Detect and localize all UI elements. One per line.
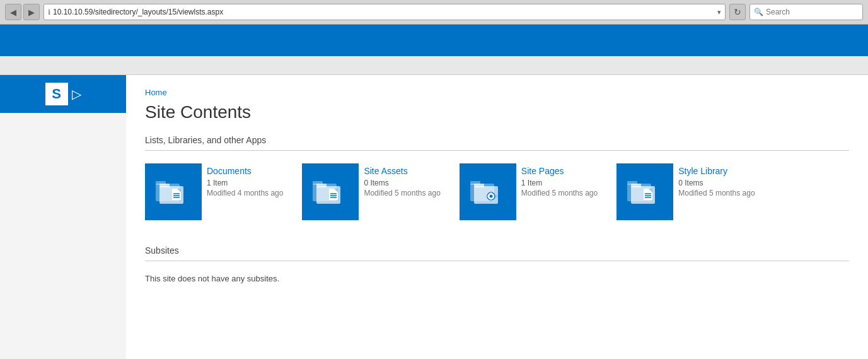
- refresh-button[interactable]: ↻: [729, 4, 746, 20]
- search-input[interactable]: [766, 8, 860, 16]
- content-area: Home Site Contents Lists, Libraries, and…: [126, 75, 868, 359]
- tile-icon-site-assets: [302, 163, 359, 220]
- tile-modified-site-assets: Modified 5 months ago: [364, 189, 440, 197]
- site-assets-folder-svg: [311, 175, 349, 209]
- svg-rect-3: [159, 184, 170, 187]
- tile-name-site-assets[interactable]: Site Assets: [364, 166, 440, 176]
- svg-rect-26: [486, 196, 488, 197]
- tile-icon-style-library: [616, 163, 673, 220]
- documents-folder-svg: [154, 175, 192, 209]
- svg-rect-21: [474, 184, 484, 187]
- svg-point-23: [489, 194, 492, 197]
- tile-info-style-library: Style Library 0 Items Modified 5 months …: [678, 163, 755, 197]
- svg-rect-25: [490, 199, 492, 201]
- address-bar[interactable]: ℹ ▾: [43, 4, 726, 20]
- nav-buttons: ◀ ▶: [5, 4, 40, 20]
- tile-count-documents: 1 Item: [207, 179, 283, 187]
- back-icon: ◀: [10, 8, 16, 17]
- tile-name-style-library[interactable]: Style Library: [678, 166, 755, 176]
- sub-bar: [0, 56, 868, 75]
- browser-chrome: ◀ ▶ ℹ ▾ ↻ 🔍: [0, 0, 868, 25]
- svg-rect-31: [631, 184, 641, 187]
- page-info-icon: ℹ: [48, 8, 50, 16]
- tile-info-site-assets: Site Assets 0 Items Modified 5 months ag…: [364, 163, 440, 197]
- forward-button[interactable]: ▶: [23, 4, 40, 20]
- subsites-heading: Subsites: [145, 245, 849, 256]
- main-content: S ▷ Home Site Contents Lists, Libraries,…: [0, 75, 868, 359]
- top-bar: [0, 25, 868, 56]
- page-title: Site Contents: [145, 102, 849, 122]
- sp-s-logo: S: [45, 83, 68, 105]
- address-dropdown-icon[interactable]: ▾: [717, 8, 721, 16]
- search-bar[interactable]: 🔍: [749, 4, 863, 20]
- tile-icon-site-pages: [460, 163, 516, 220]
- tile-info-site-pages: Site Pages 1 Item Modified 5 months ago: [521, 163, 598, 197]
- sp-logo: S ▷: [0, 75, 126, 113]
- refresh-icon: ↻: [734, 7, 741, 17]
- subsites-divider: [145, 261, 849, 261]
- libraries-heading: Lists, Libraries, and other Apps: [145, 135, 849, 145]
- tile-count-style-library: 0 Items: [678, 179, 755, 187]
- svg-rect-27: [495, 196, 497, 197]
- sp-arrow-icon: ▷: [72, 86, 81, 102]
- svg-rect-24: [490, 191, 492, 193]
- site-pages-folder-svg: [469, 175, 507, 209]
- tile-icon-documents: [145, 163, 202, 220]
- subsites-section: Subsites This site does not have any sub…: [145, 245, 849, 283]
- forward-icon: ▶: [28, 8, 35, 17]
- tile-modified-site-pages: Modified 5 months ago: [521, 189, 598, 197]
- tile-count-site-pages: 1 Item: [521, 179, 598, 187]
- logo-section: S ▷: [0, 75, 126, 359]
- tile-modified-documents: Modified 4 months ago: [207, 189, 283, 197]
- no-subsites-message: This site does not have any subsites.: [145, 274, 849, 283]
- tile-name-documents[interactable]: Documents: [207, 166, 283, 176]
- tile-name-site-pages[interactable]: Site Pages: [521, 166, 598, 176]
- svg-rect-12: [316, 184, 327, 187]
- address-input[interactable]: [53, 8, 715, 16]
- tile-info-documents: Documents 1 Item Modified 4 months ago: [207, 163, 283, 197]
- tile-site-pages[interactable]: Site Pages 1 Item Modified 5 months ago: [460, 163, 598, 220]
- tiles-row: Documents 1 Item Modified 4 months ago: [145, 163, 849, 220]
- breadcrumb[interactable]: Home: [145, 88, 849, 97]
- back-button[interactable]: ◀: [5, 4, 21, 20]
- tile-style-library[interactable]: Style Library 0 Items Modified 5 months …: [616, 163, 755, 220]
- libraries-section: Lists, Libraries, and other Apps: [145, 135, 849, 220]
- libraries-divider: [145, 150, 849, 151]
- style-library-folder-svg: [626, 175, 664, 209]
- tile-count-site-assets: 0 Items: [364, 179, 440, 187]
- tile-documents[interactable]: Documents 1 Item Modified 4 months ago: [145, 163, 283, 220]
- tile-site-assets[interactable]: Site Assets 0 Items Modified 5 months ag…: [302, 163, 440, 220]
- tile-modified-style-library: Modified 5 months ago: [678, 189, 755, 197]
- search-icon: 🔍: [754, 8, 763, 16]
